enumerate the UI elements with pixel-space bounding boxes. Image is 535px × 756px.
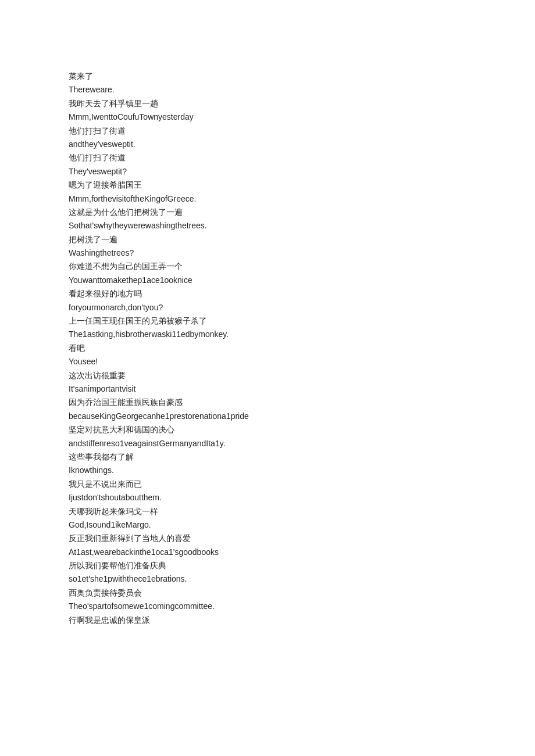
english-line-8: foryourmonarch,don'tyou? [69, 301, 466, 314]
chinese-line-4: 嗯为了迎接希腊国王 [69, 178, 466, 191]
chinese-line-8: 看起来很好的地方吗 [69, 287, 466, 300]
chinese-line-15: 我只是不说出来而已 [69, 478, 466, 490]
chinese-line-20: 行啊我是忠诚的保皇派 [69, 614, 466, 626]
chinese-line-7: 你难道不想为自己的国王弄一个 [69, 260, 466, 273]
english-line-9: The1astking,hisbrotherwaski11edbymonkey. [69, 328, 466, 341]
english-line-3: They'vesweptit? [69, 165, 466, 178]
english-line-17: At1ast,wearebackinthe1oca1'sgoodbooks [69, 546, 466, 558]
english-line-6: Washingthetrees? [69, 246, 466, 259]
chinese-line-9: 上一任国王现任国王的兄弟被猴子杀了 [69, 314, 466, 327]
chinese-line-19: 西奥负责接待委员会 [69, 586, 466, 599]
english-line-16: God,Isound1ikeMargo. [69, 518, 466, 531]
english-line-14: Iknowthings. [69, 464, 466, 476]
content-area: 菜来了Thereweare.我昨天去了科孚镇里一趟Mmm,IwenttoCouf… [69, 70, 466, 626]
english-line-10: Yousee! [69, 355, 466, 368]
english-line-7: Youwanttomakethep1ace1ooknice [69, 274, 466, 286]
english-line-13: andstiffenreso1veagainstGermanyandIta1y. [69, 437, 466, 450]
english-line-18: so1et'she1pwiththece1ebrations. [69, 572, 466, 585]
english-line-2: andthey'vesweptit. [69, 138, 466, 151]
chinese-line-11: 这次出访很重要 [69, 369, 466, 382]
chinese-line-16: 天哪我听起来像玛戈一样 [69, 505, 466, 518]
chinese-line-14: 这些事我都有了解 [69, 450, 466, 463]
chinese-line-5: 这就是为什么他们把树洗了一遍 [69, 206, 466, 218]
english-line-15: Ijustdon'tshoutaboutthem. [69, 491, 466, 504]
english-line-11: It'sanimportantvisit [69, 382, 466, 395]
chinese-line-13: 坚定对抗意大利和德国的决心 [69, 423, 466, 436]
chinese-line-6: 把树洗了一遍 [69, 233, 466, 246]
chinese-line-2: 他们打扫了街道 [69, 124, 466, 137]
english-line-0: Thereweare. [69, 83, 466, 96]
chinese-line-1: 我昨天去了科孚镇里一趟 [69, 97, 466, 110]
english-line-12: becauseKingGeorgecanhe1prestorenationa1p… [69, 410, 466, 422]
english-line-19: Theo'spartofsomewe1comingcommittee. [69, 600, 466, 612]
chinese-line-12: 因为乔治国王能重振民族自豪感 [69, 396, 466, 409]
chinese-line-0: 菜来了 [69, 70, 466, 83]
english-line-1: Mmm,IwenttoCoufuTownyesterday [69, 110, 466, 123]
chinese-line-10: 看吧 [69, 342, 466, 354]
english-line-5: Sothat'swhytheywerewashingthetrees. [69, 219, 466, 232]
english-line-4: Mmm,forthevisitoftheKingofGreece. [69, 192, 466, 205]
chinese-line-17: 反正我们重新得到了当地人的喜爱 [69, 532, 466, 544]
chinese-line-18: 所以我们要帮他们准备庆典 [69, 559, 466, 572]
chinese-line-3: 他们打扫了街道 [69, 151, 466, 164]
